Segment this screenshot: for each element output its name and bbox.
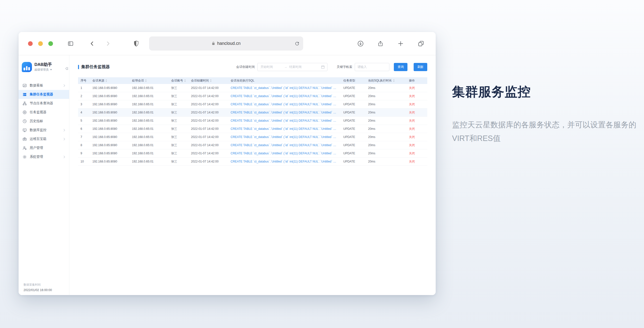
menu-fold-icon[interactable] [65,67,68,70]
table-row: 1192.168.0.65:8080192.168.0.65:01张三2022-… [78,84,427,92]
close-action-link[interactable]: 关闭 [409,135,415,139]
cell-created: 2022-01-07 14:42:00 [188,119,228,122]
sidebar-item-data-board[interactable]: 数据看板 [18,81,69,90]
sql-link[interactable]: CREATE TABLE `ct_databus`.`Untitled` (`i… [230,94,341,98]
close-action-link[interactable]: 关闭 [409,152,415,155]
new-tab-icon[interactable] [397,40,404,47]
chevron-right-icon [63,138,65,140]
column-header-duration[interactable]: 当前SQL执行时长 [366,78,406,83]
column-header-created[interactable]: 会话创建时间 [188,78,228,83]
column-header-account[interactable]: 会话账号 [169,78,188,83]
cell-sql: CREATE TABLE `ct_databus`.`Untitled` (`i… [228,111,341,114]
cell-no: 1 [78,86,90,90]
date-start-input[interactable] [260,65,283,69]
sidebar-item-ops-toolbox[interactable]: 运维百宝箱 [18,134,69,144]
sql-link[interactable]: CREATE TABLE `ct_databus`.`Untitled` (`i… [230,86,341,90]
cell-sql: CREATE TABLE `ct_databus`.`Untitled` (`i… [228,135,341,139]
cell-account: 张三 [169,86,188,90]
data-collect-time-value: 2022/01/02 16:00:00 [24,288,52,292]
sidebar-item-system-management[interactable]: 系统管理 [18,152,69,161]
cell-created: 2022-01-07 14:42:00 [188,94,228,98]
address-bar[interactable]: hancloud.cn [149,36,303,50]
cell-action: 关闭 [406,110,427,115]
sidebar-item-node-task-query[interactable]: 节点任务查询器 [18,99,69,108]
sidebar-item-cluster-task-monitor[interactable]: 集群任务监视器 [18,90,69,99]
sql-link[interactable]: CREATE TABLE `ct_databus`.`Untitled` (`i… [230,119,341,122]
close-action-link[interactable]: 关闭 [409,86,415,90]
forward-icon[interactable] [105,40,111,47]
column-header-source[interactable]: 会话来源 [90,78,130,83]
keyword-input[interactable] [355,63,389,71]
cell-duration: 20ms [366,144,406,147]
cell-source: 192.168.0.65:8080 [90,127,130,130]
sidebar-item-label: 数据看板 [30,83,43,88]
sql-link[interactable]: CREATE TABLE `ct_databus`.`Untitled` (`i… [230,102,341,106]
cell-type: UPDATE [341,135,366,139]
cell-source: 192.168.0.65:8080 [90,86,130,90]
cell-type: UPDATE [341,127,366,130]
close-action-link[interactable]: 关闭 [409,119,415,122]
sql-link[interactable]: CREATE TABLE `ct_databus`.`Untitled` (`i… [230,111,341,114]
tabs-overview-icon[interactable] [418,40,424,47]
minimize-window-button[interactable] [38,41,43,46]
cell-created: 2022-01-07 14:42:00 [188,135,228,139]
cell-handler: 192.168.0.65:01 [130,111,169,114]
cell-action: 关闭 [406,151,427,156]
reload-icon[interactable] [295,41,300,46]
sidebar-item-history-metrics[interactable]: 历史指标 [18,117,69,126]
cell-duration: 20ms [366,119,406,122]
zoom-window-button[interactable] [48,41,53,46]
table-row: 7192.168.0.65:8080192.168.0.65:01张三2022-… [78,133,427,141]
close-action-link[interactable]: 关闭 [409,160,415,163]
query-button[interactable]: 查询 [394,63,408,71]
download-icon[interactable] [357,40,364,47]
cell-handler: 192.168.0.65:01 [130,86,169,90]
close-window-button[interactable] [28,41,33,46]
share-icon[interactable] [377,40,384,47]
sidebar-item-task-monitor[interactable]: 任务监视器 [18,108,69,117]
sidebar-toggle-icon[interactable] [67,40,74,47]
title-accent-bar [78,65,79,69]
cell-account: 张三 [169,151,188,156]
column-header-handler[interactable]: 处理会话 [130,78,169,83]
close-action-link[interactable]: 关闭 [409,111,415,114]
shield-icon[interactable] [133,40,139,47]
browser-toolbar: hancloud.cn [18,32,436,55]
cell-type: UPDATE [341,160,366,163]
sidebar-item-label: 节点任务查询器 [30,101,53,106]
title-row: 集群任务监视器 会话创建时间 → 关键字检索 [78,63,427,71]
sidebar-item-database-monitor[interactable]: 数据库监控 [18,126,69,134]
cell-action: 关闭 [406,127,427,131]
main-content: 集群任务监视器 会话创建时间 → 关键字检索 [69,55,436,295]
sql-link[interactable]: CREATE TABLE `ct_databus`.`Untitled` (`i… [230,127,341,130]
date-range-picker[interactable]: → [257,63,328,71]
cell-duration: 20ms [366,127,406,130]
cell-handler: 192.168.0.65:01 [130,119,169,122]
refresh-button[interactable]: 刷新 [414,63,427,71]
cell-account: 张三 [169,143,188,148]
table-row: 2192.168.0.65:8080192.168.0.65:01张三2022-… [78,92,427,100]
toolbox-icon [22,137,27,141]
data-collect-time-label: 数据采集时间 [24,283,52,287]
caret-down-icon [50,69,52,70]
role-dropdown[interactable]: 超级管理员 [34,68,52,72]
sidebar-item-label: 历史指标 [30,119,43,123]
close-action-link[interactable]: 关闭 [409,94,415,98]
app-logo-icon [22,62,32,72]
browser-window: hancloud.cn [18,32,436,295]
table-header: 序号会话来源处理会话会话账号会话创建时间会话当前执行SQL任务类型当前SQL执行… [78,77,427,84]
back-icon[interactable] [89,40,95,47]
sql-link[interactable]: CREATE TABLE `ct_databus`.`Untitled` (`i… [230,144,341,147]
window-controls [28,41,53,46]
close-action-link[interactable]: 关闭 [409,127,415,130]
sql-link[interactable]: CREATE TABLE `ct_databus`.`Untitled` (`i… [230,160,341,163]
sidebar-item-user-management[interactable]: 用户管理 [18,144,69,152]
table-row: 8192.168.0.65:8080192.168.0.65:01张三2022-… [78,141,427,150]
cell-created: 2022-01-07 14:42:00 [188,111,228,114]
date-end-input[interactable] [289,65,312,69]
sql-link[interactable]: CREATE TABLE `ct_databus`.`Untitled` (`i… [230,135,341,139]
close-action-link[interactable]: 关闭 [409,102,415,106]
sql-link[interactable]: CREATE TABLE `ct_databus`.`Untitled` (`i… [230,152,341,155]
close-action-link[interactable]: 关闭 [409,144,415,147]
cell-created: 2022-01-07 14:42:00 [188,152,228,155]
